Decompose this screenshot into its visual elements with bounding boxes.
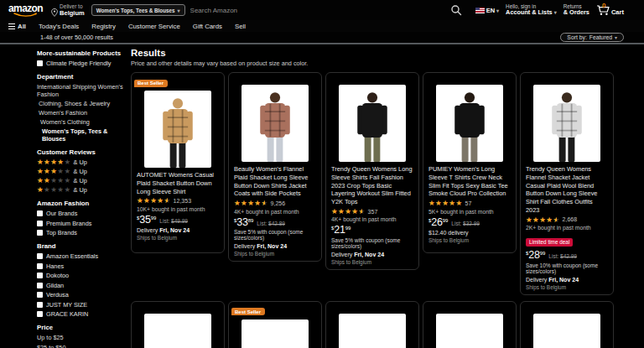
product-title[interactable]: Beaully Women's Flannel Plaid Shacket Lo… xyxy=(234,165,316,198)
product-card[interactable]: Trendy Queen Womens Long Sleeve Shirts F… xyxy=(325,72,419,270)
department-item[interactable]: International Shipping Women's Fashion xyxy=(37,83,129,98)
badge-spacer xyxy=(423,73,516,82)
filter-checkbox-option[interactable]: Top Brands xyxy=(37,229,129,236)
product-image[interactable] xyxy=(339,85,406,162)
filter-checkbox-option[interactable]: Our Brands xyxy=(37,210,129,217)
product-rating[interactable]: ★★★★★★★★★★9,256 xyxy=(234,200,316,207)
star-rating-icon: ★★★★★★★★★★ xyxy=(137,197,171,205)
product-price[interactable]: $2699List: $32.99 xyxy=(428,217,511,228)
product-grid-row-2: Best Seller xyxy=(131,301,639,348)
star-filter-row[interactable]: ★★★★★★★★★★& Up xyxy=(37,158,129,166)
star-filter-row[interactable]: ★★★★★★★★★★& Up xyxy=(37,168,129,175)
product-price[interactable]: $3389List: $42.89 xyxy=(234,217,316,228)
product-card[interactable] xyxy=(325,301,419,348)
limited-time-deal-badge: Limited time deal xyxy=(526,238,573,247)
filter-option-label: GRACE KARIN xyxy=(46,310,88,318)
account-menu[interactable]: Hello, sign in Account & Lists ▾ xyxy=(506,3,557,17)
review-count[interactable]: 2,668 xyxy=(563,216,578,222)
price-fraction: 99 xyxy=(345,226,351,231)
product-price[interactable]: $2899List: $42.99 xyxy=(526,250,608,261)
star-filter-row[interactable]: ★★★★★★★★★★& Up xyxy=(37,177,129,184)
cart-button[interactable]: 0 Cart xyxy=(596,4,624,16)
product-title[interactable]: Trendy Queen Womens Long Sleeve Shirts F… xyxy=(331,165,413,206)
price-fraction: 89 xyxy=(248,218,254,223)
product-image[interactable] xyxy=(144,91,211,168)
product-card[interactable]: Best SellerAUTOMET Womens Casual Plaid S… xyxy=(131,72,225,253)
filter-link[interactable]: $25 to $50 xyxy=(37,344,129,348)
filter-option-label: JUST MY SIZE xyxy=(46,301,87,309)
delivery-info: Delivery Fri, Nov 24 xyxy=(331,252,413,257)
product-card[interactable] xyxy=(423,301,517,348)
nav-all-menu[interactable]: All xyxy=(8,23,26,30)
star-filter-row[interactable]: ★★★★★★★★★★& Up xyxy=(37,186,129,194)
deliver-to-button[interactable]: Deliver to Belgium xyxy=(51,3,85,17)
product-image[interactable] xyxy=(242,319,309,348)
product-image[interactable] xyxy=(436,85,503,162)
filter-checkbox-option[interactable]: Gildan xyxy=(37,282,129,289)
product-price[interactable]: $3599List: $49.99 xyxy=(137,215,219,226)
product-card[interactable] xyxy=(520,301,614,348)
chevron-down-icon: ▾ xyxy=(178,8,180,13)
product-photo xyxy=(248,90,302,162)
product-rating[interactable]: ★★★★★★★★★★357 xyxy=(331,208,413,216)
star-filter-label: & Up xyxy=(74,168,87,175)
best-seller-badge: Best Seller xyxy=(231,308,265,315)
filter-heading-amazon-fashion: Amazon Fashion xyxy=(37,200,129,207)
product-rating[interactable]: ★★★★★★★★★★2,668 xyxy=(526,216,608,224)
filter-option-label: Our Brands xyxy=(46,210,77,217)
product-image[interactable] xyxy=(144,314,211,348)
product-rating[interactable]: ★★★★★★★★★★57 xyxy=(428,200,511,207)
filter-checkbox-option[interactable]: GRACE KARIN xyxy=(37,310,129,318)
department-item[interactable]: Women's Fashion xyxy=(37,109,129,117)
list-price-value: $42.89 xyxy=(268,221,285,226)
department-item[interactable]: Women's Tops, Tees & Blouses xyxy=(37,127,129,143)
search-category-dropdown[interactable]: Women's Tops, Tees & Blouses ▾ xyxy=(91,4,185,16)
product-card[interactable]: Beaully Women's Flannel Plaid Shacket Lo… xyxy=(228,72,322,262)
product-image[interactable] xyxy=(533,314,600,348)
search-input[interactable] xyxy=(185,4,444,16)
language-selector[interactable]: EN ▾ xyxy=(475,7,499,14)
filter-checkbox-option[interactable]: Premium Brands xyxy=(37,220,129,227)
department-item[interactable]: Women's Clothing xyxy=(37,118,129,126)
filter-checkbox-option[interactable]: Verdusa xyxy=(37,291,129,299)
product-image[interactable] xyxy=(339,314,406,348)
product-price[interactable]: $2199 xyxy=(331,225,413,236)
search-icon[interactable] xyxy=(450,4,462,16)
product-title[interactable]: PUMIEY Women's Long Sleeve T Shirts Crew… xyxy=(428,165,511,198)
filter-checkbox-option[interactable]: Climate Pledge Friendly xyxy=(37,60,129,67)
sort-value: Featured xyxy=(589,34,612,40)
filter-checkbox-option[interactable]: Amazon Essentials xyxy=(37,252,129,260)
list-price-value: $42.99 xyxy=(560,253,577,259)
review-count[interactable]: 9,256 xyxy=(271,200,286,206)
nav-link[interactable]: Customer Service xyxy=(128,23,180,30)
nav-link[interactable]: Sell xyxy=(235,23,246,30)
nav-link[interactable]: Gift Cards xyxy=(193,23,222,30)
delivery-date: Fri, Nov 24 xyxy=(548,277,579,283)
nav-link[interactable]: Registry xyxy=(91,23,116,30)
product-title[interactable]: Trendy Queen Womens Flannel Shacket Jack… xyxy=(526,165,608,215)
product-card[interactable] xyxy=(131,301,225,348)
product-rating[interactable]: ★★★★★★★★★★12,353 xyxy=(137,197,219,205)
product-card[interactable]: PUMIEY Women's Long Sleeve T Shirts Crew… xyxy=(423,72,517,253)
price-fraction: 99 xyxy=(151,216,157,221)
nav-link[interactable]: Today's Deals xyxy=(39,23,79,30)
review-count[interactable]: 357 xyxy=(368,209,378,215)
product-image[interactable] xyxy=(533,85,600,162)
amazon-logo[interactable]: amazon xyxy=(7,4,44,17)
product-title[interactable]: AUTOMET Womens Casual Plaid Shacket Butt… xyxy=(137,171,219,195)
department-item[interactable]: Clothing, Shoes & Jewelry xyxy=(37,100,129,107)
star-filter-label: & Up xyxy=(74,177,87,184)
product-card[interactable]: Best Seller xyxy=(228,301,322,348)
review-count[interactable]: 12,353 xyxy=(174,198,191,204)
filter-link[interactable]: Up to $25 xyxy=(37,334,129,341)
badge-spacer xyxy=(132,302,224,311)
product-image[interactable] xyxy=(242,85,309,162)
product-card[interactable]: Trendy Queen Womens Flannel Shacket Jack… xyxy=(520,72,614,295)
returns-orders[interactable]: Returns & Orders xyxy=(564,3,589,17)
filter-checkbox-option[interactable]: JUST MY SIZE xyxy=(37,301,129,309)
review-count[interactable]: 57 xyxy=(465,200,472,206)
sort-dropdown[interactable]: Sort by: Featured ▾ xyxy=(560,33,624,42)
filter-checkbox-option[interactable]: Dokotoo xyxy=(37,272,129,279)
filter-checkbox-option[interactable]: Hanes xyxy=(37,262,129,270)
product-image[interactable] xyxy=(436,314,503,348)
